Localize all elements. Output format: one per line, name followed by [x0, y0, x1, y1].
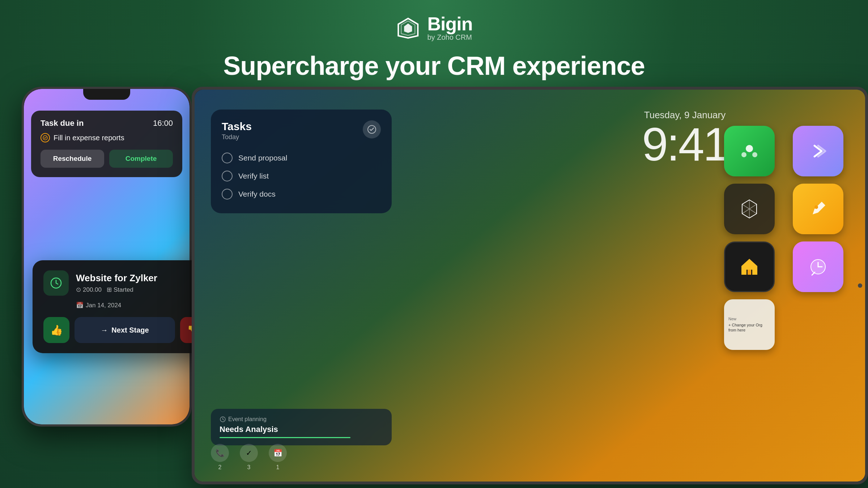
notif-time: 16:00: [153, 119, 173, 128]
widget-title-group: Tasks Today: [222, 120, 252, 141]
bigin-logo-icon: [396, 16, 421, 41]
deal-info: Website for Zylker ⊙ 200.00 ⊞ Started: [76, 273, 206, 294]
svg-point-9: [752, 152, 757, 157]
deal-actions: 👍 → Next Stage 👎: [43, 317, 206, 343]
task-label-2: Verify docs: [238, 190, 276, 198]
deal-status: ⊞ Started: [107, 286, 133, 294]
pipeline-widget: Event planning Needs Analysis: [211, 409, 392, 445]
reschedule-button[interactable]: Reschedule: [41, 150, 104, 168]
app-icon-house[interactable]: [724, 241, 775, 292]
activity-item-1: ✓ 3: [240, 444, 258, 471]
svg-marker-2: [404, 23, 412, 33]
widget-title: Tasks: [222, 120, 252, 133]
deal-name: Website for Zylker: [76, 273, 206, 284]
notification-card: Task due in 16:00 Fill in expense report…: [31, 111, 182, 177]
thumb-up-button[interactable]: 👍: [43, 317, 69, 343]
complete-button[interactable]: Complete: [109, 150, 173, 168]
activity-phone-icon: 📞: [211, 444, 229, 462]
app-icon-classroom[interactable]: [724, 126, 775, 176]
notif-header: Task due in 16:00: [41, 119, 173, 128]
deal-amount: ⊙ 200.00: [76, 286, 102, 294]
activity-item-0: 📞 2: [211, 444, 229, 471]
deal-date: 📅Jan 14, 2024: [43, 301, 206, 309]
logo-row: Bigin by Zoho CRM: [396, 14, 473, 42]
deal-meta: ⊙ 200.00 ⊞ Started: [76, 286, 206, 294]
notif-task-text: Fill in expense reports: [54, 134, 124, 142]
tasks-widget: Tasks Today Send proposal: [211, 110, 392, 213]
task-label-0: Send proposal: [238, 154, 287, 162]
activity-check-icon: ✓: [240, 444, 258, 462]
svg-rect-11: [748, 270, 751, 275]
header: Bigin by Zoho CRM Supercharge your CRM e…: [223, 14, 644, 81]
app-icons-grid: New + Change your Org from here: [724, 126, 854, 350]
tablet-camera: [858, 283, 862, 288]
tablet-screen: Tasks Today Send proposal: [195, 90, 865, 481]
widget-check-button[interactable]: [363, 120, 381, 138]
pipeline-underline: [220, 437, 350, 438]
tablet-body: Tasks Today Send proposal: [192, 87, 868, 484]
deal-header: Website for Zylker ⊙ 200.00 ⊞ Started: [43, 270, 206, 296]
app-icon-widgetkit[interactable]: New + Change your Org from here: [724, 299, 775, 350]
activity-row: 📞 2 ✓ 3 📅 1: [211, 444, 287, 471]
pipeline-icon-label: Event planning: [228, 416, 267, 423]
task-circle-1: [222, 171, 233, 181]
notif-task: Fill in expense reports: [41, 133, 173, 142]
svg-point-7: [746, 145, 753, 152]
pipeline-icon-row: Event planning: [220, 416, 383, 423]
activity-count-2: 1: [276, 464, 280, 471]
widget-header: Tasks Today: [222, 120, 381, 141]
notif-buttons: Reschedule Complete: [41, 150, 173, 168]
svg-point-10: [814, 205, 818, 209]
logo-name: Bigin: [427, 14, 473, 33]
activity-count-0: 2: [218, 464, 222, 471]
phone-notch: [83, 89, 130, 100]
notif-title: Task due in: [41, 119, 84, 128]
logo-text-group: Bigin by Zoho CRM: [427, 14, 473, 42]
app-icon-timeinfo[interactable]: [793, 241, 843, 292]
logo-subtitle: by Zoho CRM: [427, 33, 473, 42]
widget-subtitle: Today: [222, 133, 252, 141]
svg-point-8: [741, 152, 746, 157]
app-icon-ar[interactable]: [724, 184, 775, 234]
task-check-icon: [41, 133, 50, 142]
task-circle-2: [222, 189, 233, 200]
activity-count-1: 3: [247, 464, 251, 471]
datetime-display: Tuesday, 9 January 9:41: [642, 110, 728, 168]
next-stage-button[interactable]: → Next Stage: [75, 317, 175, 343]
tablet-device: Tasks Today Send proposal: [192, 87, 868, 484]
pipeline-stage: Needs Analysis: [220, 425, 383, 434]
task-circle-0: [222, 153, 233, 163]
phone-body: Task due in 16:00 Fill in expense report…: [22, 87, 192, 427]
time-text: 9:41: [642, 121, 728, 168]
app-icon-shortcuts[interactable]: [793, 126, 843, 176]
task-item-0[interactable]: Send proposal: [222, 149, 381, 167]
phone-device: Task due in 16:00 Fill in expense report…: [22, 87, 210, 466]
task-item-2[interactable]: Verify docs: [222, 185, 381, 203]
task-item-1[interactable]: Verify list: [222, 167, 381, 185]
app-icon-create[interactable]: [793, 184, 843, 234]
task-label-1: Verify list: [238, 172, 269, 180]
activity-calendar-icon: 📅: [269, 444, 287, 462]
deal-card: Website for Zylker ⊙ 200.00 ⊞ Started 📅J…: [33, 260, 217, 353]
headline: Supercharge your CRM experience: [223, 51, 644, 81]
activity-item-2: 📅 1: [269, 444, 287, 471]
deal-icon: [43, 270, 69, 296]
